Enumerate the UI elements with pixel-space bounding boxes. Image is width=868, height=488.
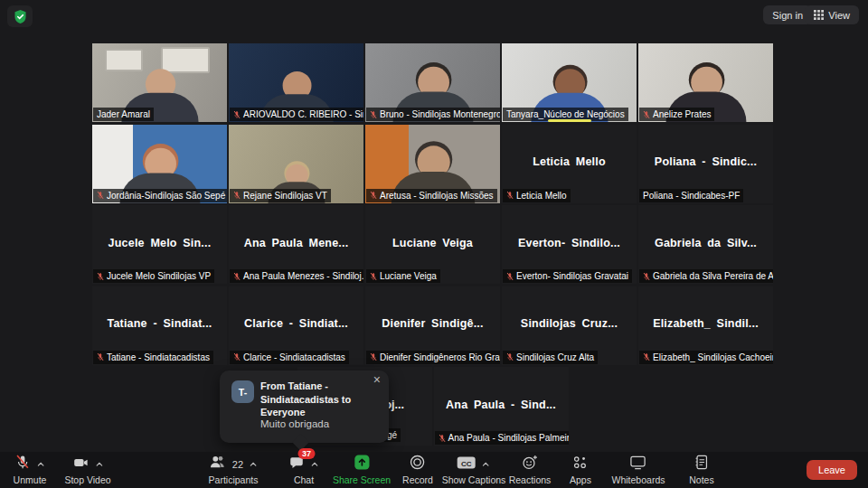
share-screen-icon [354, 454, 371, 474]
muted-mic-icon [370, 191, 377, 200]
name-tag: Ana Paula - Sindilojas Palmeir... [435, 431, 569, 445]
toolbar-item-label: Participants [209, 474, 259, 485]
name-tag: Tatiane - Sindiatacadistas [93, 351, 213, 364]
encryption-shield-icon[interactable] [7, 5, 33, 27]
video-tile[interactable]: ARIOVALDO C. RIBEIRO - Sind... [229, 43, 363, 122]
wall-picture [105, 49, 143, 71]
zoom-meeting-window: Sign in View Jader AmaralARIOVALDO C. RI… [0, 0, 868, 488]
muted-mic-icon [643, 352, 650, 361]
view-label: View [828, 10, 850, 21]
video-tile[interactable]: Anelize Prates [638, 43, 773, 122]
muted-mic-icon [370, 272, 377, 281]
chevron-up-icon[interactable] [94, 459, 104, 469]
video-tile[interactable]: Aretusa - Sindilojas Missões [365, 125, 500, 203]
leave-button[interactable]: Leave [807, 460, 857, 480]
toolbar-item-unmute[interactable]: Unmute [14, 455, 47, 485]
participant-name: Gabriela da Silv... [641, 237, 770, 249]
video-tile[interactable]: Jucele Melo Sin...Jucele Melo Sindilojas… [92, 205, 227, 284]
toolbar-item-notes[interactable]: Notes [689, 455, 713, 485]
video-tile[interactable]: Tanyara_Núcleo de Negócios [502, 43, 637, 122]
name-tag: Anelize Prates [639, 108, 714, 121]
captions-icon: CC [457, 455, 476, 474]
close-icon[interactable]: × [373, 373, 381, 386]
muted-mic-icon [233, 352, 241, 361]
toolbar-item-label: Share Screen [333, 474, 391, 485]
avatar: T- [231, 380, 254, 403]
toolbar-item-whiteboards[interactable]: Whiteboards [612, 455, 665, 485]
muted-mic-icon [233, 110, 241, 119]
name-tag: Luciane Veiga [366, 269, 440, 283]
chevron-up-icon[interactable] [481, 459, 491, 469]
view-button[interactable]: View [805, 5, 859, 24]
participant-name: Ana Paula Mene... [231, 237, 361, 249]
video-tile[interactable]: Bruno - Sindilojas Montenegro [365, 43, 500, 122]
video-tile[interactable]: Jader Amaral [92, 43, 227, 122]
muted-mic-icon [439, 434, 446, 443]
name-tag: Jader Amaral [93, 108, 154, 121]
toolbar-item-chat[interactable]: 37Chat [288, 455, 320, 485]
toolbar-item-show-captions[interactable]: CCShow Captions [442, 455, 506, 485]
name-tag: Everton- Sindilojas Gravatai [503, 269, 632, 283]
video-tile[interactable]: Ana Paula Mene...Ana Paula Menezes - Sin… [229, 205, 363, 284]
muted-mic-icon [643, 272, 650, 281]
chevron-up-icon[interactable] [310, 459, 320, 469]
toolbar-item-apps[interactable]: Apps [570, 455, 591, 485]
participant-name: Ana Paula - Sind... [437, 399, 566, 411]
muted-mic-icon [506, 352, 514, 361]
chevron-up-icon[interactable] [248, 459, 258, 469]
name-tag: Dienifer Sindigêneros Rio Gra... [366, 351, 500, 364]
name-tag: Elizabeth_ Sindilojas Cachoeiri... [639, 351, 773, 364]
toolbar-item-label: Unmute [14, 474, 47, 485]
name-tag: Aretusa - Sindilojas Missões [366, 189, 497, 202]
toolbar-item-label: Stop Video [64, 474, 110, 485]
video-tile[interactable]: Tatiane - Sindiat...Tatiane - Sindiataca… [92, 286, 227, 365]
video-tile[interactable]: Poliana - Sindic...Poliana - Sindicabes-… [638, 125, 773, 203]
name-tag: Ana Paula Menezes - Sindiloj... [230, 269, 363, 283]
name-tag: Jordânia-Sindilojas São Sepé [93, 189, 227, 202]
participant-name: Luciane Veiga [368, 237, 497, 249]
muted-mic-icon [643, 110, 650, 119]
name-tag: Sindilojas Cruz Alta [503, 351, 598, 364]
toolbar-item-reactions[interactable]: Reactions [509, 455, 552, 485]
participant-name: Jucele Melo Sin... [95, 237, 224, 249]
participant-name: Elizabeth_ Sindil... [641, 317, 770, 330]
toolbar-item-record[interactable]: Record [402, 455, 433, 485]
video-tile[interactable]: Gabriela da Silv...Gabriela da Silva Per… [638, 205, 773, 284]
video-tile[interactable]: Sindilojas Cruz...Sindilojas Cruz Alta [502, 286, 637, 365]
toolbar-item-label: Chat [294, 474, 314, 485]
chat-notification-popup[interactable]: T- From Tatiane - Sindiatacadistas to Ev… [220, 371, 389, 443]
mic-muted-icon [14, 454, 31, 474]
notes-icon [694, 454, 710, 474]
chat-message-text: Muito obrigada [260, 418, 329, 429]
toolbar-item-label: Show Captions [442, 474, 506, 485]
chevron-up-icon[interactable] [35, 459, 45, 469]
video-tile[interactable]: Rejane Sindilojas VT [229, 125, 363, 203]
name-tag: Rejane Sindilojas VT [230, 189, 331, 202]
grid-view-icon [814, 10, 824, 20]
chat-from-text: From Tatiane - Sindiatacadistas to Every… [260, 380, 389, 419]
apps-icon [572, 454, 590, 474]
muted-mic-icon [233, 191, 241, 200]
video-tile[interactable]: Clarice - Sindiat...Clarice - Sindiataca… [229, 286, 363, 365]
video-tile[interactable]: Elizabeth_ Sindil...Elizabeth_ Sindiloja… [638, 286, 773, 365]
video-tile[interactable]: Luciane VeigaLuciane Veiga [365, 205, 500, 284]
video-grid: Jader AmaralARIOVALDO C. RIBEIRO - Sind.… [92, 43, 773, 448]
toolbar-item-label: Reactions [509, 474, 552, 485]
video-tile[interactable]: Everton- Sindilo...Everton- Sindilojas G… [502, 205, 637, 284]
toolbar-item-stop-video[interactable]: Stop Video [64, 455, 110, 485]
name-tag: Jucele Melo Sindilojas VP [93, 269, 214, 283]
participant-name: Poliana - Sindic... [641, 155, 770, 168]
video-tile[interactable]: Jordânia-Sindilojas São Sepé [92, 125, 227, 203]
video-tile[interactable]: Ana Paula - Sind...Ana Paula - Sindiloja… [434, 367, 569, 446]
toolbar-item-participants[interactable]: 22Participants [209, 455, 259, 485]
name-tag: Clarice - Sindiatacadistas [230, 351, 349, 364]
video-tile[interactable]: Leticia MelloLeticia Mello [502, 125, 637, 203]
toolbar-item-share-screen[interactable]: Share Screen [333, 455, 391, 485]
name-tag: Leticia Mello [503, 189, 571, 202]
video-tile[interactable]: Dienifer Sindigê...Dienifer Sindigêneros… [365, 286, 500, 365]
camera-icon [71, 455, 90, 474]
whiteboards-icon [629, 454, 647, 474]
muted-mic-icon [370, 352, 377, 361]
speaking-indicator [548, 119, 591, 122]
participant-name: Clarice - Sindiat... [231, 317, 361, 330]
